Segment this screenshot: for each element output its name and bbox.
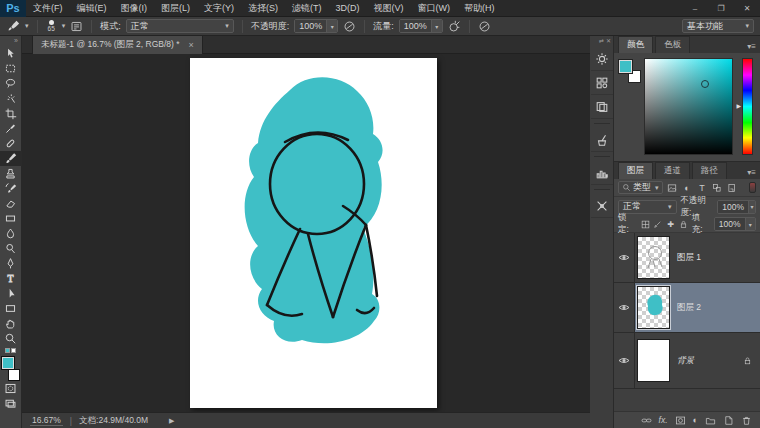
lock-position-icon[interactable]: ✚ <box>666 220 676 229</box>
menu-layer[interactable]: 图层(L) <box>154 0 197 17</box>
rectangle-tool[interactable] <box>0 301 22 316</box>
menu-select[interactable]: 选择(S) <box>241 0 285 17</box>
screen-mode-button[interactable] <box>0 396 22 411</box>
layer-style-button[interactable]: fx. <box>659 415 668 425</box>
color-field[interactable] <box>644 58 733 155</box>
foreground-color-swatch[interactable] <box>619 60 632 73</box>
tab-channels[interactable]: 通道 <box>655 162 690 179</box>
adjustment-layer-icon[interactable]: ◐ <box>693 415 698 425</box>
tab-color[interactable]: 颜色 <box>618 36 653 53</box>
menu-view[interactable]: 视图(V) <box>367 0 411 17</box>
layer-opacity-input[interactable]: 100%▾ <box>717 200 756 214</box>
color-marker-icon[interactable] <box>701 80 709 88</box>
history-brush-tool[interactable] <box>0 181 22 196</box>
menu-image[interactable]: 图像(I) <box>114 0 155 17</box>
tab-layers[interactable]: 图层 <box>618 162 653 179</box>
layer-thumbnail[interactable] <box>637 286 670 329</box>
menu-file[interactable]: 文件(F) <box>26 0 70 17</box>
tool-presets-panel-button[interactable] <box>591 194 613 218</box>
minimize-button[interactable]: – <box>682 4 708 13</box>
pen-tool[interactable] <box>0 256 22 271</box>
tab-swatches[interactable]: 色板 <box>655 36 690 53</box>
filter-type-layers-icon[interactable]: T <box>697 183 708 193</box>
eye-icon[interactable] <box>618 253 630 262</box>
menu-help[interactable]: 帮助(H) <box>457 0 502 17</box>
adjustments-panel-button[interactable] <box>591 47 613 71</box>
histogram-panel-button[interactable] <box>591 161 613 185</box>
status-options-arrow[interactable]: ▶ <box>169 417 174 425</box>
document-canvas[interactable] <box>190 58 437 408</box>
brush-tool[interactable] <box>0 151 22 166</box>
menu-type[interactable]: 文字(Y) <box>197 0 241 17</box>
filter-pixel-layers-icon[interactable] <box>667 183 678 193</box>
zoom-tool[interactable] <box>0 331 22 346</box>
swap-colors-button[interactable] <box>5 346 16 355</box>
layer-thumbnail[interactable] <box>637 236 670 279</box>
path-selection-tool[interactable] <box>0 286 22 301</box>
blend-mode-select[interactable]: 正常▾ <box>126 19 234 33</box>
menu-window[interactable]: 窗口(W) <box>411 0 458 17</box>
lasso-tool[interactable] <box>0 76 22 91</box>
panel-menu-icon[interactable]: ▾≡ <box>747 168 756 179</box>
eyedropper-tool[interactable] <box>0 121 22 136</box>
tab-paths[interactable]: 路径 <box>692 162 727 179</box>
layer-filtering-toggle[interactable] <box>749 182 756 193</box>
eye-icon[interactable] <box>618 356 630 365</box>
delete-layer-icon[interactable] <box>741 415 752 426</box>
panel-menu-icon[interactable]: ▾≡ <box>747 42 756 53</box>
magic-wand-tool[interactable] <box>0 91 22 106</box>
layer-row-background[interactable]: 背景 <box>614 333 760 389</box>
airbrush-button[interactable] <box>448 20 461 33</box>
eraser-tool[interactable] <box>0 196 22 211</box>
lock-all-icon[interactable] <box>679 220 689 229</box>
filter-adjustment-layers-icon[interactable]: ◐ <box>682 183 693 193</box>
tool-preset-picker[interactable]: ▾ <box>6 19 29 33</box>
add-layer-mask-icon[interactable] <box>675 415 686 426</box>
menu-3d[interactable]: 3D(D) <box>329 0 367 17</box>
opacity-input[interactable]: 100%▾ <box>294 19 338 33</box>
new-layer-icon[interactable] <box>723 415 734 426</box>
restore-button[interactable]: ❐ <box>708 4 734 13</box>
document-tab[interactable]: 未标题-1 @ 16.7% (图层 2, RGB/8) * × <box>32 36 203 54</box>
lock-pixels-icon[interactable] <box>653 220 663 229</box>
canvas-pasteboard[interactable] <box>22 54 590 412</box>
info-panel-button[interactable] <box>591 95 613 119</box>
new-group-icon[interactable] <box>705 415 716 426</box>
lock-transparency-icon[interactable] <box>640 220 650 229</box>
toolbox-collapse-button[interactable]: » <box>0 36 21 46</box>
move-tool[interactable] <box>0 46 22 61</box>
layer-name[interactable]: 图层 2 <box>677 302 701 314</box>
background-color-swatch[interactable] <box>8 369 20 381</box>
dodge-tool[interactable] <box>0 241 22 256</box>
layer-thumbnail[interactable] <box>637 339 670 382</box>
gradient-tool[interactable] <box>0 211 22 226</box>
layer-fill-input[interactable]: 100%▾ <box>714 217 756 231</box>
brush-presets-panel-button[interactable] <box>591 128 613 152</box>
brush-preset-picker[interactable]: 65 ▾ <box>46 19 66 33</box>
styles-panel-button[interactable] <box>591 71 613 95</box>
layer-row-1[interactable]: 图层 1 <box>614 233 760 283</box>
filter-type-select[interactable]: 类型 ▾ <box>618 181 663 194</box>
hue-slider-arrow-icon[interactable]: ▶ <box>736 102 741 109</box>
quick-mask-button[interactable] <box>0 381 22 396</box>
layer-name[interactable]: 背景 <box>677 355 694 367</box>
rectangular-marquee-tool[interactable] <box>0 61 22 76</box>
zoom-level-field[interactable]: 16.67% <box>30 415 63 426</box>
menu-filter[interactable]: 滤镜(T) <box>285 0 329 17</box>
eye-icon[interactable] <box>618 303 630 312</box>
type-tool[interactable]: T <box>0 271 22 286</box>
workspace-switcher[interactable]: 基本功能▾ <box>682 19 754 33</box>
hand-tool[interactable] <box>0 316 22 331</box>
filter-shape-layers-icon[interactable] <box>712 183 723 193</box>
flow-input[interactable]: 100%▾ <box>399 19 443 33</box>
close-dock-icon[interactable]: ✕ <box>606 36 611 47</box>
close-button[interactable]: ✕ <box>734 4 760 13</box>
layer-name[interactable]: 图层 1 <box>677 252 701 264</box>
tab-close-icon[interactable]: × <box>189 40 194 50</box>
opacity-pressure-button[interactable] <box>343 20 356 33</box>
menu-edit[interactable]: 编辑(E) <box>70 0 114 17</box>
filter-smart-objects-icon[interactable] <box>727 183 738 193</box>
expand-dock-icon[interactable]: ⇄ <box>599 36 604 47</box>
toggle-brush-panel-button[interactable] <box>70 20 83 33</box>
blur-tool[interactable] <box>0 226 22 241</box>
